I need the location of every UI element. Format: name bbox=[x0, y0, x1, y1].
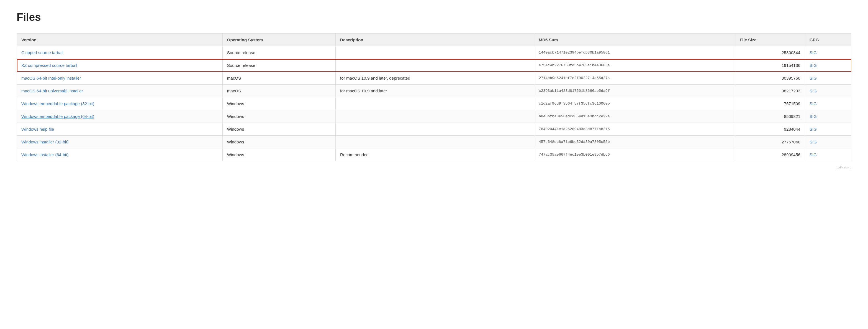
table-row: Windows installer (64-bit)WindowsRecomme… bbox=[17, 148, 851, 161]
table-header-gpg: GPG bbox=[805, 33, 851, 46]
filesize-cell: 19154136 bbox=[735, 59, 805, 72]
description-cell: for macOS 10.9 and later, deprecated bbox=[335, 72, 534, 85]
description-cell bbox=[335, 46, 534, 59]
sig-link-windows-help-file[interactable]: SIG bbox=[810, 127, 817, 132]
sig-link-gzipped-source-tarball[interactable]: SIG bbox=[810, 50, 817, 55]
md5-cell: c1d2af96d9f3564f57f35cfc3c1006eb bbox=[534, 98, 735, 110]
md5-cell: 747ac35ae667f4ec1ee3b001e9b7dbc6 bbox=[534, 148, 735, 161]
os-cell: Windows bbox=[222, 110, 335, 123]
table-header-file-size: File Size bbox=[735, 33, 805, 46]
table-row: Windows help fileWindows784020441c1a2528… bbox=[17, 123, 851, 136]
table-row: Windows embeddable package (64-bit)Windo… bbox=[17, 110, 851, 123]
file-link-xz-compressed-source-tarball[interactable]: XZ compressed source tarball bbox=[21, 63, 77, 68]
description-cell bbox=[335, 123, 534, 136]
sig-link-windows-installer-32bit[interactable]: SIG bbox=[810, 140, 817, 144]
os-cell: macOS bbox=[222, 85, 335, 98]
filesize-cell: 8509821 bbox=[735, 110, 805, 123]
md5-cell: b8e8bfba8e56edcd654d15e3bdc2e29a bbox=[534, 110, 735, 123]
description-cell bbox=[335, 59, 534, 72]
description-cell bbox=[335, 98, 534, 110]
table-row: macOS 64-bit Intel-only installermacOSfo… bbox=[17, 72, 851, 85]
filesize-cell: 38217233 bbox=[735, 85, 805, 98]
page-title: Files bbox=[17, 11, 851, 23]
sig-link-windows-installer-64bit[interactable]: SIG bbox=[810, 152, 817, 157]
table-header-operating-system: Operating System bbox=[222, 33, 335, 46]
file-link-windows-installer-32bit[interactable]: Windows installer (32-bit) bbox=[21, 140, 69, 144]
description-cell: for macOS 10.9 and later bbox=[335, 85, 534, 98]
table-row: Gzipped source tarballSource release1440… bbox=[17, 46, 851, 59]
table-row: macOS 64-bit universal2 installermacOSfo… bbox=[17, 85, 851, 98]
md5-cell: 2714cb9e6241cf7e2f9022714a55d27a bbox=[534, 72, 735, 85]
md5-cell: 1440acb71471e2394befdb30b1a958d1 bbox=[534, 46, 735, 59]
table-header-row: VersionOperating SystemDescriptionMD5 Su… bbox=[17, 33, 851, 46]
sig-link-windows-embeddable-64bit[interactable]: SIG bbox=[810, 114, 817, 119]
os-cell: Source release bbox=[222, 59, 335, 72]
os-cell: Windows bbox=[222, 136, 335, 148]
os-cell: Source release bbox=[222, 46, 335, 59]
description-cell bbox=[335, 110, 534, 123]
sig-link-xz-compressed-source-tarball[interactable]: SIG bbox=[810, 63, 817, 68]
os-cell: Windows bbox=[222, 98, 335, 110]
filesize-cell: 7671509 bbox=[735, 98, 805, 110]
md5-cell: c2393ab11a423d817501b8566ab5da9f bbox=[534, 85, 735, 98]
description-cell bbox=[335, 136, 534, 148]
table-row: XZ compressed source tarballSource relea… bbox=[17, 59, 851, 72]
filesize-cell: 28909456 bbox=[735, 148, 805, 161]
table-header-md5-sum: MD5 Sum bbox=[534, 33, 735, 46]
file-link-windows-installer-64bit[interactable]: Windows installer (64-bit) bbox=[21, 152, 69, 157]
file-link-macos-64bit-intel-installer[interactable]: macOS 64-bit Intel-only installer bbox=[21, 76, 81, 80]
file-link-macos-64bit-universal2-installer[interactable]: macOS 64-bit universal2 installer bbox=[21, 88, 83, 93]
sig-link-windows-embeddable-32bit[interactable]: SIG bbox=[810, 101, 817, 106]
os-cell: Windows bbox=[222, 148, 335, 161]
sig-link-macos-64bit-universal2-installer[interactable]: SIG bbox=[810, 88, 817, 93]
footer-note: python.org bbox=[17, 166, 851, 169]
filesize-cell: 27767040 bbox=[735, 136, 805, 148]
table-header-version: Version bbox=[17, 33, 223, 46]
file-link-windows-help-file[interactable]: Windows help file bbox=[21, 127, 54, 132]
table-row: Windows embeddable package (32-bit)Windo… bbox=[17, 98, 851, 110]
table-header-description: Description bbox=[335, 33, 534, 46]
md5-cell: e754c4b2276750fd5b4785a1b443683a bbox=[534, 59, 735, 72]
md5-cell: 784020441c1a25289483d3d8771a8215 bbox=[534, 123, 735, 136]
table-row: Windows installer (32-bit)Windows457d648… bbox=[17, 136, 851, 148]
os-cell: macOS bbox=[222, 72, 335, 85]
files-table: VersionOperating SystemDescriptionMD5 Su… bbox=[17, 33, 851, 161]
sig-link-macos-64bit-intel-installer[interactable]: SIG bbox=[810, 76, 817, 80]
os-cell: Windows bbox=[222, 123, 335, 136]
description-cell: Recommended bbox=[335, 148, 534, 161]
filesize-cell: 9284044 bbox=[735, 123, 805, 136]
md5-cell: 457d648dc8a71b6bc32da30a7805c55b bbox=[534, 136, 735, 148]
file-link-windows-embeddable-32bit[interactable]: Windows embeddable package (32-bit) bbox=[21, 101, 94, 106]
file-link-gzipped-source-tarball[interactable]: Gzipped source tarball bbox=[21, 50, 63, 55]
filesize-cell: 30395760 bbox=[735, 72, 805, 85]
file-link-windows-embeddable-64bit[interactable]: Windows embeddable package (64-bit) bbox=[21, 114, 94, 119]
filesize-cell: 25800844 bbox=[735, 46, 805, 59]
